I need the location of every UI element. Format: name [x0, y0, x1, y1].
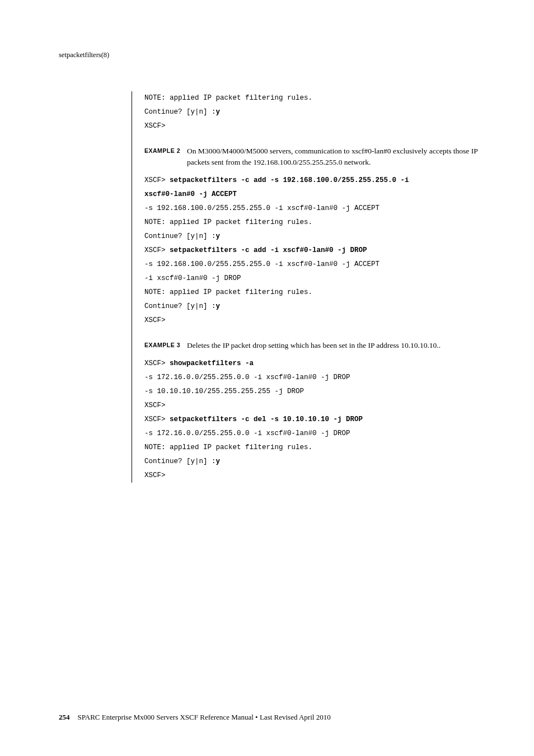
example-label: EXAMPLE 2	[144, 146, 187, 156]
output-line: NOTE: applied IP packet filtering rules.	[144, 444, 312, 451]
prompt: XSCF>	[144, 176, 170, 184]
example-3-heading: EXAMPLE 3 Deletes the IP packet drop set…	[144, 340, 489, 351]
page-number: 254	[59, 713, 70, 721]
code-block-2: XSCF> setpacketfilters -c add -s 192.168…	[144, 174, 489, 328]
code-line: XSCF>	[144, 122, 166, 130]
page-header: setpacketfilters(8)	[59, 50, 489, 60]
output-line: -s 172.16.0.0/255.255.0.0 -i xscf#0-lan#…	[144, 374, 350, 381]
prompt: XSCF>	[144, 360, 170, 367]
example-2-heading: EXAMPLE 2 On M3000/M4000/M5000 servers, …	[144, 146, 489, 169]
prompt: XSCF>	[144, 246, 170, 254]
user-input: y	[216, 232, 221, 240]
output-line: NOTE: applied IP packet filtering rules.	[144, 218, 312, 226]
user-input: y	[216, 458, 221, 465]
output-line: -s 192.168.100.0/255.255.255.0 -i xscf#0…	[144, 260, 380, 268]
example-text: Deletes the IP packet drop setting which…	[187, 340, 489, 351]
example-text: On M3000/M4000/M5000 servers, communicat…	[187, 146, 489, 169]
code-line: Continue? [y|n] :	[144, 108, 216, 116]
page-footer: 254SPARC Enterprise Mx000 Servers XSCF R…	[59, 712, 331, 722]
code-block-3: XSCF> showpacketfilters -a -s 172.16.0.0…	[144, 357, 489, 483]
prompt: XSCF>	[144, 472, 166, 479]
output-line: Continue? [y|n] :	[144, 458, 216, 465]
code-line: NOTE: applied IP packet filtering rules.	[144, 94, 312, 102]
output-line: Continue? [y|n] :	[144, 232, 216, 240]
output-line: -s 192.168.100.0/255.255.255.0 -i xscf#0…	[144, 204, 380, 212]
footer-text: SPARC Enterprise Mx000 Servers XSCF Refe…	[78, 713, 331, 721]
user-input: setpacketfilters -c add -i xscf#0-lan#0 …	[170, 246, 367, 254]
code-block-1: NOTE: applied IP packet filtering rules.…	[144, 91, 489, 133]
output-line: -s 172.16.0.0/255.255.0.0 -i xscf#0-lan#…	[144, 430, 350, 437]
content-column: NOTE: applied IP packet filtering rules.…	[132, 91, 489, 483]
output-line: -i xscf#0-lan#0 -j DROP	[144, 274, 241, 282]
output-line: NOTE: applied IP packet filtering rules.	[144, 288, 312, 296]
example-label: EXAMPLE 3	[144, 340, 187, 350]
prompt: XSCF>	[144, 416, 170, 423]
prompt: XSCF>	[144, 402, 166, 409]
prompt: XSCF>	[144, 316, 166, 324]
user-input: xscf#0-lan#0 -j ACCEPT	[144, 190, 237, 198]
user-input: showpacketfilters -a	[170, 360, 254, 367]
user-input: setpacketfilters -c add -s 192.168.100.0…	[170, 176, 409, 184]
user-input: y	[216, 108, 221, 116]
output-line: Continue? [y|n] :	[144, 302, 216, 310]
user-input: setpacketfilters -c del -s 10.10.10.10 -…	[170, 416, 363, 423]
user-input: y	[216, 302, 221, 310]
output-line: -s 10.10.10.10/255.255.255.255 -j DROP	[144, 388, 304, 395]
